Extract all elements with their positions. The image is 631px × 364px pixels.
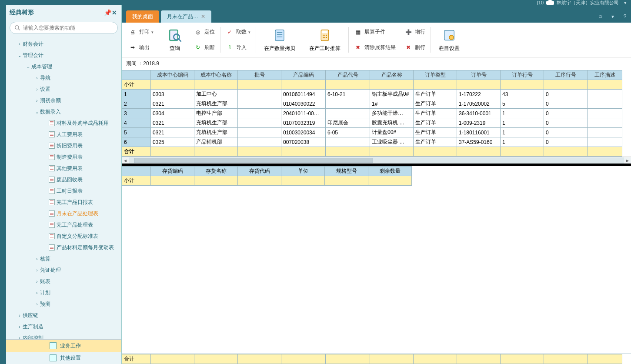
scroll-right-icon[interactable]: ▸ (624, 157, 631, 164)
delete-row-button[interactable]: ✖删行 (403, 41, 427, 54)
column-header[interactable]: 单位 (281, 167, 325, 176)
table-row[interactable]: 10303加工中心001060114946-10-21铝主板半成品0#生产订单1… (122, 90, 622, 99)
nav-item[interactable]: ›供应链 (6, 310, 121, 321)
nav-item[interactable]: 废品回收表 (6, 174, 121, 185)
nav-item[interactable]: 月末在产品处理表 (6, 208, 121, 219)
nav-item[interactable]: ›凭证处理 (6, 264, 121, 276)
total-label: 合计 (122, 147, 151, 157)
column-header[interactable]: 成本中心名称 (194, 70, 238, 80)
print-button[interactable]: 🖨打印 (127, 26, 155, 39)
nav-item[interactable]: ⌄成本管理 (6, 61, 121, 72)
nav-tree: ›财务会计⌄管理会计⌄成本管理›导航›设置›期初余额⌄数据录入材料及外购半成品耗… (6, 37, 121, 339)
chevron-icon: › (17, 313, 23, 318)
nav-item[interactable]: ›设置 (6, 83, 121, 95)
nav-item[interactable]: 折旧费用表 (6, 140, 121, 151)
sidebar-close-icon[interactable]: ✕ (111, 9, 118, 16)
nav-item[interactable]: 制造费用表 (6, 151, 121, 163)
column-header[interactable]: 产品代号 (326, 70, 370, 80)
nav-item-label: 成本管理 (31, 63, 52, 70)
column-header[interactable]: 订单类型 (414, 70, 457, 80)
horizontal-scrollbar[interactable]: ◂ ▸ (122, 157, 631, 164)
search-input[interactable] (23, 25, 113, 31)
nav-item-label: 数据录入 (40, 108, 61, 116)
expand-children-button[interactable]: ▦展算子件 (352, 26, 397, 39)
tab-close-icon[interactable]: ✕ (201, 13, 205, 20)
titlebar-dropdown-icon[interactable]: ▾ (624, 0, 627, 5)
nav-item[interactable]: 材料及外购半成品耗用 (6, 117, 121, 129)
column-header[interactable]: 工序行号 (544, 70, 588, 80)
table-row[interactable]: 20321充填机生产部010400300221#生产订单1-1705200025… (122, 99, 622, 109)
nav-item[interactable]: 其他费用表 (6, 163, 121, 174)
svg-line-4 (179, 39, 181, 41)
pin-icon[interactable]: 📌 (104, 9, 111, 16)
column-header[interactable]: 产品编码 (281, 70, 326, 80)
fetch-button[interactable]: ✓取数 (224, 26, 252, 39)
locate-button[interactable]: ◎定位 (192, 26, 217, 39)
column-header[interactable]: 订单号 (457, 70, 501, 80)
tab[interactable]: 月末在产品…✕ (161, 10, 211, 23)
column-header[interactable]: 订单行号 (501, 70, 544, 80)
column-header[interactable]: 批号 (238, 70, 281, 80)
nav-item[interactable]: ›账表 (6, 276, 121, 287)
nav-item-label: 凭证处理 (40, 267, 61, 274)
table-row[interactable]: 60325产品辅机部007020038工业吸尘器 …生产订单37-AS59-01… (122, 137, 622, 147)
column-header[interactable]: 成本中心编码 (151, 70, 194, 80)
calculator-icon (317, 27, 333, 43)
sidebar-footer-item[interactable]: 业务工作 (6, 340, 121, 352)
detail-grid[interactable]: 存货编码存货名称存货代码单位规格型号剩余数量小计 (122, 166, 631, 186)
search-box[interactable] (10, 22, 118, 34)
nav-item[interactable]: ⌄管理会计 (6, 50, 121, 61)
scroll-thumb[interactable] (134, 158, 373, 163)
sidebar-footer-item[interactable]: 其他设置 (6, 352, 121, 364)
column-header[interactable]: 产品名称 (370, 70, 414, 80)
nav-item[interactable]: ›生产制造 (6, 321, 121, 332)
smiley-icon[interactable]: ☺ (596, 12, 605, 21)
nav-item[interactable]: 人工费用表 (6, 129, 121, 140)
export-button[interactable]: ➡输出 (127, 41, 155, 54)
nav-item[interactable]: 产品材料定额每月变动表 (6, 242, 121, 253)
help-icon[interactable]: ? (621, 12, 629, 21)
import-button[interactable]: ⇩导入 (224, 41, 252, 54)
calc-hours-button[interactable]: 在产工时推算 (307, 26, 343, 54)
tab[interactable]: 我的桌面 (126, 10, 159, 23)
nav-item[interactable]: 工时日报表 (6, 185, 121, 197)
main-grid[interactable]: 成本中心编码成本中心名称批号产品编码产品代号产品名称订单类型订单号订单行号工序行… (122, 70, 631, 157)
nav-item[interactable]: ›预测 (6, 298, 121, 310)
nav-item[interactable]: 自定义分配标准表 (6, 230, 121, 242)
column-settings-button[interactable]: 栏目设置 (436, 26, 462, 54)
query-button[interactable]: 查询 (164, 26, 185, 54)
column-header[interactable]: 存货代码 (238, 167, 281, 176)
sidebar-header: 经典树形 📌 ✕ (6, 5, 121, 20)
nav-item[interactable]: ›核算 (6, 253, 121, 264)
add-row-button[interactable]: ➕增行 (403, 26, 427, 39)
delete-row-icon: ✖ (404, 43, 412, 51)
table-row[interactable]: 50321充填机生产部010030200346-05计量盘00#生产订单1-18… (122, 128, 622, 137)
nav-item[interactable]: 完工产品处理表 (6, 219, 121, 230)
nav-item[interactable]: ›导航 (6, 72, 121, 83)
magnifier-icon (167, 27, 183, 43)
document-icon (272, 27, 287, 43)
nav-item[interactable]: ›期初余额 (6, 95, 121, 106)
nav-item[interactable]: ›计划 (6, 287, 121, 298)
column-header[interactable]: 规格型号 (325, 167, 368, 176)
clear-result-button[interactable]: ✖清除展算结果 (352, 41, 397, 54)
column-header[interactable]: 工序描述 (588, 70, 622, 80)
chevron-icon: › (34, 279, 40, 284)
column-header[interactable]: 剩余数量 (368, 167, 412, 176)
refresh-icon: ↻ (194, 43, 202, 51)
copy-qty-button[interactable]: 在产数量拷贝 (261, 26, 298, 54)
document-icon (49, 233, 55, 239)
nav-item[interactable]: ›财务会计 (6, 38, 121, 50)
column-header[interactable]: 存货编码 (151, 167, 194, 176)
nav-item[interactable]: ⌄数据录入 (6, 106, 121, 117)
refresh-button[interactable]: ↻刷新 (192, 41, 217, 54)
tab-dropdown-icon[interactable]: ▾ (608, 12, 617, 21)
document-icon (49, 120, 55, 126)
column-header[interactable]: 存货名称 (194, 167, 238, 176)
toolbar: 🖨打印 ➡输出 查询 ◎定位 ↻刷新 (122, 23, 631, 57)
nav-item[interactable]: ›内部控制 (6, 332, 121, 339)
nav-item[interactable]: 完工产品日报表 (6, 197, 121, 208)
table-row[interactable]: 40321充填机生产部01070032319印尼展会胶囊充填机 …生产订单1-0… (122, 118, 622, 128)
scroll-left-icon[interactable]: ◂ (122, 157, 129, 164)
table-row[interactable]: 30304电控生产部20401011-00…多功能干燥…生产订单36-3410-… (122, 109, 622, 118)
